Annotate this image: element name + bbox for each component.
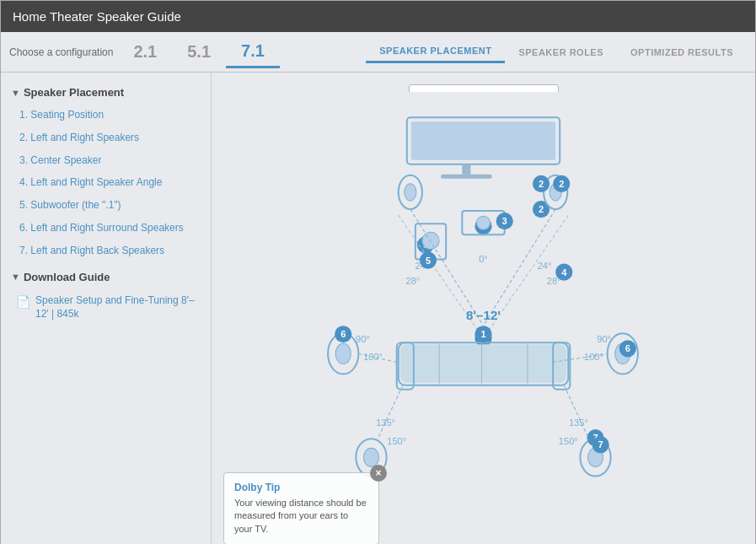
svg-text:3: 3 (502, 216, 507, 226)
svg-text:28°: 28° (405, 276, 420, 286)
sidebar: ▼ Speaker Placement 1. Seating Position … (1, 73, 212, 544)
svg-point-41 (335, 343, 351, 364)
svg-rect-34 (400, 344, 567, 382)
svg-text:24°: 24° (538, 261, 552, 271)
config-label: Choose a configuration (9, 46, 113, 58)
dolby-tip-text: Your viewing distance should be measured… (234, 497, 368, 536)
sidebar-item-lr-surround[interactable]: 6. Left and Right Surround Speakers (1, 217, 211, 240)
speaker-diagram: 2 3 5 (212, 81, 755, 536)
tab-speaker-roles[interactable]: SPEAKER ROLES (505, 40, 617, 63)
svg-text:0°: 0° (479, 254, 488, 264)
svg-text:5: 5 (426, 256, 431, 266)
svg-text:6: 6 (340, 329, 346, 339)
download-guide-label: Speaker Setup and Fine-Tuning 8'–12' | 8… (35, 294, 202, 322)
svg-text:90°: 90° (597, 334, 611, 344)
collapse-arrow-placement: ▼ (11, 88, 20, 98)
svg-rect-2 (411, 121, 555, 159)
sidebar-section-download-title: Download Guide (24, 271, 110, 283)
sidebar-item-seating[interactable]: 1. Seating Position (1, 104, 211, 127)
svg-text:1: 1 (480, 329, 485, 339)
app-title: Home Theater Speaker Guide (13, 9, 181, 24)
sidebar-item-lr-speakers[interactable]: 2. Left and Right Speakers (1, 127, 211, 149)
svg-text:8'–12': 8'–12' (466, 308, 501, 322)
download-guide-item[interactable]: 📄 Speaker Setup and Fine-Tuning 8'–12' |… (1, 288, 211, 327)
dolby-tip-title: Dolby Tip (234, 482, 368, 493)
svg-text:135°: 135° (376, 417, 395, 428)
sidebar-section-placement-header[interactable]: ▼ Speaker Placement (1, 81, 211, 104)
config-tab-51[interactable]: 5.1 (172, 37, 226, 67)
sidebar-item-lr-angle[interactable]: 4. Left and Right Speaker Angle (1, 171, 211, 194)
sidebar-section-download: ▼ Download Guide 📄 Speaker Setup and Fin… (1, 266, 211, 327)
svg-rect-3 (462, 164, 470, 175)
svg-text:150°: 150° (387, 436, 406, 446)
tab-bar: Choose a configuration 2.1 5.1 7.1 SPEAK… (1, 32, 755, 73)
main-content: Choose a configuration 2.1 5.1 7.1 SPEAK… (1, 32, 755, 544)
svg-text:100°: 100° (363, 352, 383, 362)
svg-text:135°: 135° (569, 417, 588, 428)
main-area: Viewing Distance: 4'-6' Viewing Distance… (212, 73, 755, 544)
app-window: Home Theater Speaker Guide Choose a conf… (0, 0, 756, 544)
nav-tabs: SPEAKER PLACEMENT SPEAKER ROLES OPTIMIZE… (366, 40, 747, 63)
svg-text:90°: 90° (356, 334, 370, 344)
sidebar-section-download-header[interactable]: ▼ Download Guide (1, 266, 211, 288)
svg-text:2: 2 (559, 179, 564, 189)
svg-text:2: 2 (539, 179, 544, 189)
sidebar-item-subwoofer[interactable]: 5. Subwoofer (the ".1") (1, 194, 211, 217)
title-bar: Home Theater Speaker Guide (1, 1, 755, 32)
sidebar-section-placement: ▼ Speaker Placement 1. Seating Position … (1, 81, 211, 262)
diagram-svg: 2 3 5 (212, 81, 755, 536)
config-tab-71[interactable]: 7.1 (226, 36, 280, 68)
svg-text:150°: 150° (559, 436, 578, 446)
svg-text:4: 4 (561, 267, 567, 277)
svg-point-18 (476, 216, 490, 229)
svg-text:100°: 100° (584, 352, 603, 362)
collapse-arrow-download: ▼ (11, 272, 20, 282)
sidebar-item-lr-back[interactable]: 7. Left and Right Back Speakers (1, 240, 211, 262)
svg-text:2: 2 (539, 204, 544, 214)
sidebar-item-center[interactable]: 3. Center Speaker (1, 149, 211, 172)
svg-rect-4 (441, 175, 491, 179)
sidebar-section-placement-title: Speaker Placement (24, 86, 124, 99)
svg-text:7: 7 (598, 439, 603, 450)
config-tab-21[interactable]: 2.1 (118, 37, 172, 67)
svg-point-20 (422, 232, 439, 249)
svg-point-14 (405, 184, 416, 201)
body-layout: ▼ Speaker Placement 1. Seating Position … (1, 73, 755, 544)
download-icon: 📄 (16, 294, 30, 311)
dolby-tip: × Dolby Tip Your viewing distance should… (223, 472, 379, 544)
svg-text:6: 6 (625, 343, 630, 353)
tab-speaker-placement[interactable]: SPEAKER PLACEMENT (366, 40, 505, 63)
dolby-tip-close[interactable]: × (370, 465, 387, 482)
tab-optimized-results[interactable]: OPTIMIZED RESULTS (617, 40, 747, 63)
